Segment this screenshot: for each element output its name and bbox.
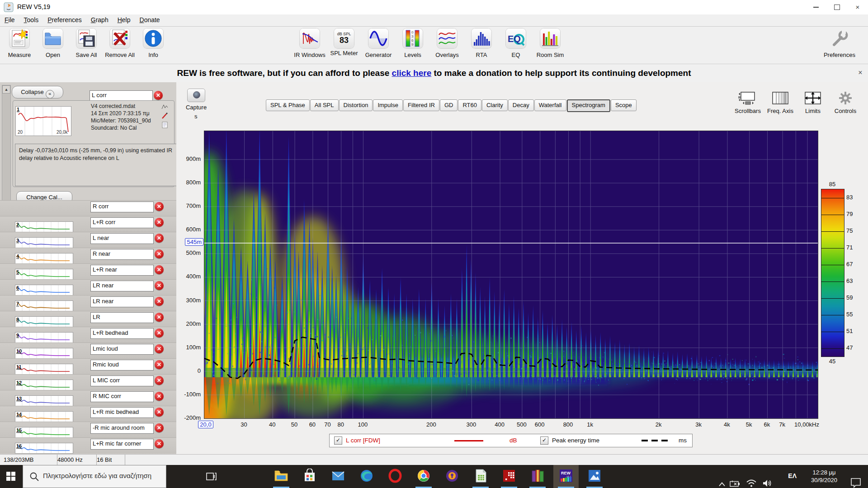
y-marker-label[interactable]: 545m [180, 239, 203, 245]
scrollbars-button[interactable]: Scrollbars [731, 91, 764, 114]
x-tick-label[interactable]: 20,0 [196, 421, 216, 428]
measurement-name-field[interactable]: LR [90, 312, 154, 323]
trim-pencil-icon[interactable] [161, 113, 168, 119]
taskbar-app-file-explorer[interactable] [270, 467, 292, 486]
tab-spl-phase[interactable]: SPL & Phase [266, 99, 310, 111]
menu-item-graph[interactable]: Graph [86, 14, 113, 25]
measurement-name-field[interactable]: LR near [90, 296, 154, 307]
freq-axis-button[interactable]: Freq. Axis [764, 91, 797, 114]
language-indicator[interactable]: ΕΛ [788, 472, 797, 488]
delete-measurement-icon[interactable]: ✕ [155, 313, 164, 322]
measurement-name-field[interactable]: R corr [90, 202, 154, 212]
delete-measurement-icon[interactable]: ✕ [155, 202, 164, 211]
open-button[interactable]: Open [36, 28, 70, 58]
measurement-thumbnail[interactable]: 1 20 20,0k [15, 106, 71, 136]
capture-button[interactable]: Capture [183, 89, 210, 111]
controls-button[interactable]: Controls [829, 91, 862, 114]
measure-button[interactable]: Measure [3, 28, 36, 58]
wifi-icon[interactable] [746, 472, 757, 488]
notification-icon[interactable] [850, 471, 862, 488]
delete-measurement-icon[interactable]: ✕ [155, 344, 164, 353]
measurement-list-item[interactable]: R corr✕ [0, 200, 176, 216]
spectrogram-plot[interactable] [204, 131, 818, 419]
tab-spectrogram[interactable]: Spectrogram [567, 99, 610, 112]
delete-measurement-icon[interactable]: ✕ [155, 423, 164, 432]
tab-distortion[interactable]: Distortion [339, 99, 373, 111]
measurement-name-field[interactable]: L MIC corr [90, 375, 154, 386]
measurement-thumbnail[interactable]: 12 [15, 380, 73, 390]
measurement-thumbnail[interactable]: 5 [15, 269, 73, 280]
measurement-list-item[interactable]: 16L+R mic far corner✕ [0, 437, 176, 454]
measurement-name-field[interactable]: L+R mic far corner [90, 439, 154, 450]
close-button[interactable]: × [847, 0, 868, 14]
banner-close-icon[interactable]: × [855, 68, 865, 78]
measurement-name-field[interactable]: LR near [90, 281, 154, 291]
room-sim-button[interactable]: Room Sim [533, 28, 567, 58]
measurement-list-item[interactable]: 11Rmic loud✕ [0, 358, 176, 375]
color-scale-bar[interactable] [821, 189, 844, 357]
levels-button[interactable]: 0369Levels [396, 28, 429, 58]
menu-item-help[interactable]: Help [113, 14, 135, 25]
measurement-thumbnail[interactable]: 13 [15, 395, 73, 406]
taskbar-app-chrome[interactable] [413, 467, 434, 486]
tab-all-spl[interactable]: All SPL [310, 99, 339, 111]
tab-clarity[interactable]: Clarity [482, 99, 508, 111]
tray-chevron-icon[interactable] [718, 473, 726, 488]
taskbar-app-rew[interactable]: REWV5.1 [555, 467, 577, 486]
rta-button[interactable]: RTA [465, 28, 498, 58]
taskbar-app-winrar[interactable] [527, 467, 548, 486]
delete-measurement-icon[interactable]: ✕ [155, 328, 164, 338]
delete-measurement-icon[interactable]: ✕ [155, 218, 164, 227]
tab-decay[interactable]: Decay [508, 99, 534, 111]
delete-measurement-icon[interactable]: ✕ [155, 281, 164, 290]
measurement-thumbnail[interactable]: 3 [15, 237, 73, 248]
task-view-icon[interactable] [206, 471, 217, 483]
measurement-name-field[interactable]: -R mic around room [90, 423, 154, 434]
menu-item-file[interactable]: File [0, 14, 19, 25]
measurement-thumbnail[interactable]: 11 [15, 364, 73, 375]
measurement-list-item[interactable]: 8LR✕ [0, 311, 176, 327]
menu-item-tools[interactable]: Tools [19, 14, 43, 25]
measurement-list-item[interactable]: 2L+R corr✕ [0, 216, 176, 232]
info-button[interactable]: Info [137, 28, 170, 58]
taskbar-app-avast-browser[interactable] [441, 467, 463, 486]
measurement-thumbnail[interactable]: 14 [15, 411, 73, 422]
notes-icon[interactable] [161, 122, 168, 128]
measurement-list-item[interactable]: 6LR near✕ [0, 279, 176, 296]
delete-measurement-icon[interactable]: ✕ [155, 408, 164, 417]
taskbar-app-opera[interactable] [384, 467, 406, 486]
save-all-button[interactable]: Save All [70, 28, 103, 58]
measurement-thumbnail[interactable]: 8 [15, 316, 73, 327]
measurement-list-item[interactable]: 15-R mic around room✕ [0, 422, 176, 438]
scroll-up-icon[interactable]: ▲ [2, 85, 10, 94]
tab-rt60[interactable]: RT60 [458, 99, 481, 111]
taskbar-search-input[interactable]: Πληκτρολογήστε εδώ για αναζήτηση [23, 465, 166, 488]
delete-measurement-icon[interactable]: ✕ [155, 376, 164, 385]
measurement-name-field[interactable]: L+R near [90, 265, 154, 276]
measurement-name-field[interactable]: R MIC corr [90, 391, 154, 402]
delete-measurement-icon[interactable]: ✕ [155, 249, 164, 258]
taskbar-app-remote-app[interactable] [498, 467, 520, 486]
preferences-button[interactable]: Preferences [823, 28, 856, 58]
generator-button[interactable]: Generator [362, 28, 395, 58]
measurement-name-field[interactable]: L+R mic bedhead [90, 407, 154, 418]
delete-measurement-icon[interactable]: ✕ [155, 439, 164, 448]
measurement-thumbnail[interactable]: 15 [15, 427, 73, 438]
measurement-name-field[interactable]: Lmic loud [90, 344, 154, 355]
overlays-button[interactable]: Overlays [430, 28, 464, 58]
ir-windows-button[interactable]: IR Windows [293, 28, 326, 58]
measurement-name-field[interactable]: Rmic loud [90, 360, 154, 371]
minimize-button[interactable] [806, 0, 826, 14]
taskbar-app-microsoft-store[interactable] [299, 467, 321, 486]
collapse-button[interactable]: Collapse« [12, 86, 63, 99]
volume-icon[interactable] [762, 472, 773, 488]
measurement-list-item[interactable]: 5L+R near✕ [0, 263, 176, 280]
measurement-list-item[interactable]: 9L+R bedhead✕ [0, 327, 176, 343]
delete-measurement-icon[interactable]: ✕ [155, 234, 164, 243]
measurement-thumbnail[interactable]: 2 [15, 221, 73, 232]
taskbar-app-photos[interactable] [584, 467, 605, 486]
measurement-list-item[interactable]: 4R near✕ [0, 248, 176, 264]
legend-checkbox-peak-energy[interactable]: ✓ [540, 436, 548, 445]
taskbar-app-mail[interactable] [327, 467, 349, 486]
taskbar-app-libreoffice-calc[interactable] [470, 467, 491, 486]
